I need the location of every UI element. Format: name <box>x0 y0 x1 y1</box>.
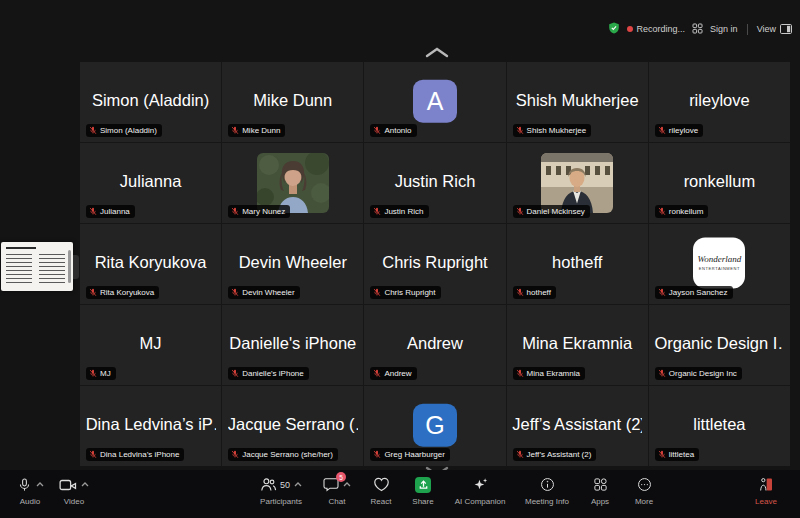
participant-label: Mary Nunez <box>242 207 285 216</box>
chat-unread-badge: 5 <box>336 472 346 482</box>
scroll-up-chevron-icon[interactable] <box>421 44 453 60</box>
apps-button[interactable]: Apps <box>578 470 622 518</box>
participant-tile[interactable]: AndrewAndrew <box>364 305 505 385</box>
participant-tile[interactable]: ronkellumronkellum <box>649 143 790 223</box>
participant-label-pill: Jeff’s Assistant (2) <box>513 448 597 461</box>
participant-tile[interactable]: Shish MukherjeeShish Mukherjee <box>507 62 648 142</box>
participant-tile[interactable]: Daniel Mckinsey <box>507 143 648 223</box>
ai-companion-button[interactable]: AI Companion <box>444 470 516 518</box>
participant-tile[interactable]: hotheffhotheff <box>507 224 648 304</box>
recording-label: Recording... <box>637 24 686 34</box>
participant-tile[interactable]: Mina EkramniaMina Ekramnia <box>507 305 648 385</box>
ai-sparkle-icon <box>472 476 489 493</box>
leave-door-icon <box>758 476 774 493</box>
mic-muted-icon <box>373 126 381 135</box>
participant-label: Devin Wheeler <box>242 288 294 297</box>
participant-label-pill: Mina Ekramnia <box>513 367 585 380</box>
top-bar-divider <box>747 24 748 35</box>
participants-icon <box>260 476 277 493</box>
thumbnail-collapse-tab[interactable] <box>73 255 79 279</box>
participant-label-pill: MJ <box>86 367 116 380</box>
meeting-info-button[interactable]: Meeting Info <box>516 470 578 518</box>
participant-label: Antonio <box>384 126 411 135</box>
participant-tile[interactable]: MJMJ <box>80 305 221 385</box>
participant-tile[interactable]: Rita KoryukovaRita Koryukova <box>80 224 221 304</box>
info-icon <box>540 476 555 493</box>
chat-caret-icon[interactable] <box>343 482 351 487</box>
participant-label-pill: Jayson Sanchez <box>655 286 733 299</box>
participant-tile[interactable]: Mike DunnMike Dunn <box>222 62 363 142</box>
participants-button[interactable]: 50 Participants <box>248 470 314 518</box>
participant-label: Danielle's iPhone <box>242 369 304 378</box>
participant-name: Andrew <box>370 334 500 353</box>
gallery-view-icon[interactable] <box>692 23 703 36</box>
participant-label-pill: Rita Koryukova <box>86 286 159 299</box>
participant-name: Mike Dunn <box>228 91 358 110</box>
mic-muted-icon <box>516 450 524 459</box>
leave-button[interactable]: Leave <box>742 470 790 518</box>
recording-indicator: Recording... <box>627 24 686 34</box>
recording-dot-icon <box>627 26 633 32</box>
video-label: Video <box>64 497 84 506</box>
video-button[interactable]: Video <box>52 470 96 518</box>
participant-tile[interactable]: rileyloverileylove <box>649 62 790 142</box>
top-bar-right-cluster: Recording... Sign in View <box>608 22 792 36</box>
participants-caret-icon[interactable] <box>294 482 302 487</box>
shared-screen-thumbnail[interactable] <box>1 242 73 291</box>
participant-tile[interactable]: littletealittletea <box>649 386 790 466</box>
participant-tile[interactable]: Dina Ledvina’s iP…Dina Ledvina’s iPhone <box>80 386 221 466</box>
participant-tile[interactable]: GGreg Haarburger <box>364 386 505 466</box>
participant-name: Jacque Serrano (… <box>228 415 358 434</box>
participant-tile[interactable]: Chris RuprightChris Rupright <box>364 224 505 304</box>
thumbnail-handle[interactable] <box>68 250 71 283</box>
react-label: React <box>371 497 392 506</box>
react-button[interactable]: React <box>360 470 402 518</box>
meeting-toolbar: Audio Video <box>0 470 800 518</box>
participant-name: rileylove <box>654 91 784 110</box>
sign-in-link[interactable]: Sign in <box>710 24 738 34</box>
participant-label: Daniel Mckinsey <box>527 207 585 216</box>
participant-tile[interactable]: Organic Design I…Organic Design Inc <box>649 305 790 385</box>
participant-label: Simon (Aladdin) <box>100 126 157 135</box>
participant-tile[interactable]: Devin WheelerDevin Wheeler <box>222 224 363 304</box>
participant-tile[interactable]: JuliannaJulianna <box>80 143 221 223</box>
top-bar: Recording... Sign in View <box>0 0 800 40</box>
avatar-photo <box>541 153 613 213</box>
mic-muted-icon <box>516 288 524 297</box>
heart-icon <box>373 476 390 493</box>
chat-button[interactable]: 5 Chat <box>314 470 360 518</box>
participant-tile[interactable]: Justin RichJustin Rich <box>364 143 505 223</box>
thumbnail-text-line <box>6 247 36 249</box>
mic-muted-icon <box>516 207 524 216</box>
gallery-grid: Simon (Aladdin)Simon (Aladdin)Mike DunnM… <box>80 62 790 466</box>
mic-muted-icon <box>231 450 239 459</box>
audio-button[interactable]: Audio <box>8 470 52 518</box>
participant-tile[interactable]: Danielle's iPhoneDanielle's iPhone <box>222 305 363 385</box>
logo-subtitle: ENTERTAINMENT <box>699 266 740 271</box>
participant-name: Danielle's iPhone <box>228 334 358 353</box>
participant-tile[interactable]: Jeff’s Assistant (2)Jeff’s Assistant (2) <box>507 386 648 466</box>
mic-muted-icon <box>89 369 97 378</box>
toolbar-left-group: Audio Video <box>8 470 96 518</box>
participant-tile[interactable]: Jacque Serrano (…Jacque Serrano (she/her… <box>222 386 363 466</box>
mic-muted-icon <box>373 450 381 459</box>
participant-tile[interactable]: AAntonio <box>364 62 505 142</box>
zoom-meeting-window: Recording... Sign in View Simon (Aladdin… <box>0 0 800 518</box>
participant-tile[interactable]: Simon (Aladdin)Simon (Aladdin) <box>80 62 221 142</box>
participant-tile[interactable]: WonderlandENTERTAINMENTJayson Sanchez <box>649 224 790 304</box>
avatar-initial: A <box>413 80 457 123</box>
view-button[interactable]: View <box>757 24 792 34</box>
participant-label: Chris Rupright <box>384 288 435 297</box>
microphone-icon <box>17 476 32 493</box>
mic-muted-icon <box>89 207 97 216</box>
participant-tile[interactable]: Mary Nunez <box>222 143 363 223</box>
share-button[interactable]: Share <box>402 470 444 518</box>
more-button[interactable]: More <box>622 470 666 518</box>
audio-options-caret-icon[interactable] <box>36 482 44 487</box>
apps-label: Apps <box>591 497 609 506</box>
participant-name: Simon (Aladdin) <box>86 91 216 110</box>
share-screen-icon <box>415 476 431 493</box>
mic-muted-icon <box>658 288 666 297</box>
mic-muted-icon <box>89 450 97 459</box>
video-options-caret-icon[interactable] <box>81 482 89 487</box>
